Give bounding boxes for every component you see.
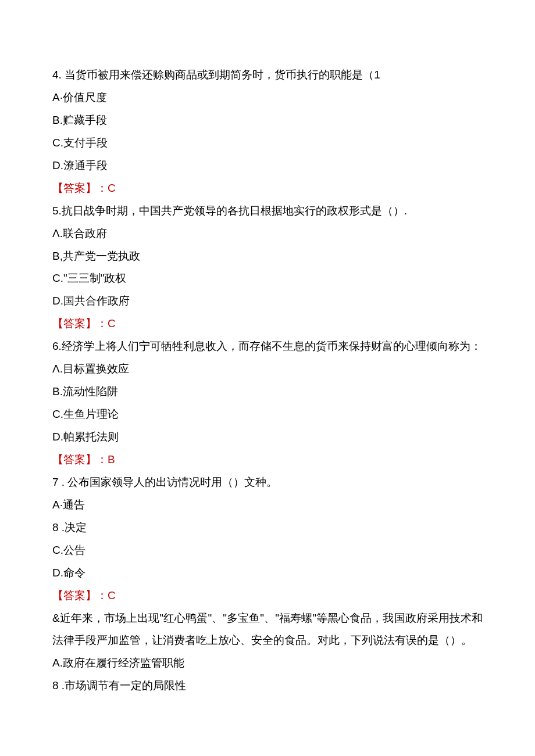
option: C."三三制"政权 <box>52 267 483 290</box>
option: D.命令 <box>52 562 483 585</box>
option: D.帕累托法则 <box>52 426 483 449</box>
option-text: 支付手段 <box>63 137 108 149</box>
option: D.国共合作政府 <box>52 290 483 313</box>
question-content: 近年来，市场上出现"红心鸭蛋"、"多宝鱼"、"福寿螺"等黑心食品，我国政府采用技… <box>52 612 483 647</box>
option: B.贮藏手段 <box>52 109 483 132</box>
option: Λ.目标置换效应 <box>52 358 483 381</box>
option-text: 联合政府 <box>63 227 107 239</box>
option-text: 贮藏手段 <box>63 114 107 126</box>
option-label: B, <box>52 250 63 262</box>
question-block: 5.抗日战争时期，中国共产党领导的各抗日根据地实行的政权形式是（）. Λ.联合政… <box>52 200 483 336</box>
question-number: 7 <box>52 476 59 488</box>
question-block: 4. 当货币被用来偿还赊购商品或到期简务时，货币执行的职能是（1 A·价值尺度 … <box>52 64 483 200</box>
answer-label: 【答案】： <box>52 317 108 329</box>
option: B.流动性陷阱 <box>52 381 483 403</box>
answer: 【答案】：B <box>52 449 483 471</box>
option: A·价值尺度 <box>52 87 483 109</box>
question-block: 6.经济学上将人们宁可牺牲利息收入，而存储不生息的货币来保持财富的心理倾向称为：… <box>52 335 483 471</box>
answer-label: 【答案】： <box>52 453 108 465</box>
option-text: 价值尺度 <box>63 91 107 103</box>
option-label: D. <box>52 567 63 579</box>
question-text: 5.抗日战争时期，中国共产党领导的各抗日根据地实行的政权形式是（）. <box>52 200 483 223</box>
question-number: 4. <box>52 69 62 81</box>
option: Λ.联合政府 <box>52 223 483 245</box>
option-text: 公告 <box>63 544 85 556</box>
question-content: 当货币被用来偿还赊购商品或到期简务时，货币执行的职能是（1 <box>62 69 380 81</box>
question-text: &近年来，市场上出现"红心鸭蛋"、"多宝鱼"、"福寿螺"等黑心食品，我国政府采用… <box>52 607 483 653</box>
question-content: 经济学上将人们宁可牺牲利息收入，而存储不生息的货币来保持财富的心理倾向称为： <box>62 340 482 352</box>
option-text: 流动性陷阱 <box>63 385 118 397</box>
option-label: C. <box>52 544 63 556</box>
option-label: B. <box>52 114 63 126</box>
option-label: C. <box>52 272 63 284</box>
option: D.潦通手段 <box>52 155 483 177</box>
option-text: "三三制"政权 <box>63 272 127 284</box>
question-content: . 公布国家领导人的出访情况时用（）文种。 <box>59 476 278 488</box>
question-content: 抗日战争时期，中国共产党领导的各抗日根据地实行的政权形式是（）. <box>62 205 407 217</box>
option-label: 8 <box>52 521 59 533</box>
answer-label: 【答案】： <box>52 182 108 194</box>
option-text: 生鱼片理论 <box>63 408 119 420</box>
option-label: 8 <box>52 679 59 691</box>
option-text: .决定 <box>59 521 87 533</box>
question-number: 6. <box>52 340 62 352</box>
option-label: A· <box>52 91 63 103</box>
answer-label: 【答案】： <box>52 589 108 601</box>
answer: 【答案】：C <box>52 585 483 607</box>
option-label: C. <box>52 137 63 149</box>
question-text: 7 . 公布国家领导人的出访情况时用（）文种。 <box>52 471 483 494</box>
answer: 【答案】：C <box>52 313 483 335</box>
option-text: 国共合作政府 <box>63 295 130 307</box>
option: C.支付手段 <box>52 132 483 155</box>
answer-value: C <box>108 182 116 194</box>
option-text: 目标置换效应 <box>63 363 129 375</box>
option-text: 通告 <box>63 499 85 511</box>
answer-value: C <box>108 589 116 601</box>
option-label: B. <box>52 385 63 397</box>
option-label: D. <box>52 295 63 307</box>
option: C.公告 <box>52 539 483 562</box>
option: A·通告 <box>52 494 483 517</box>
option: C.生鱼片理论 <box>52 403 483 426</box>
option-text: .市场调节有一定的局限性 <box>59 679 187 691</box>
answer-value: B <box>108 453 115 465</box>
option-label: A. <box>52 657 63 669</box>
option-label: D. <box>52 431 63 443</box>
option: B,共产党一党执政 <box>52 245 483 268</box>
option-text: 帕累托法则 <box>63 431 119 443</box>
question-text: 6.经济学上将人们宁可牺牲利息收入，而存储不生息的货币来保持财富的心理倾向称为： <box>52 335 483 358</box>
option-label: Λ. <box>52 363 63 375</box>
question-text: 4. 当货币被用来偿还赊购商品或到期简务时，货币执行的职能是（1 <box>52 64 483 87</box>
option-label: C. <box>52 408 63 420</box>
question-number: 5. <box>52 205 62 217</box>
question-block: 7 . 公布国家领导人的出访情况时用（）文种。 A·通告 8 .决定 C.公告 … <box>52 471 483 607</box>
answer-value: C <box>108 317 116 329</box>
question-number: & <box>52 612 60 624</box>
option: 8 .决定 <box>52 517 483 539</box>
question-block: &近年来，市场上出现"红心鸭蛋"、"多宝鱼"、"福寿螺"等黑心食品，我国政府采用… <box>52 607 483 698</box>
option-label: Λ. <box>52 227 63 239</box>
option-label: A· <box>52 499 63 511</box>
option-label: D. <box>52 159 63 171</box>
option-text: 共产党一党执政 <box>63 250 140 262</box>
option-text: 命令 <box>63 567 85 579</box>
option-text: 潦通手段 <box>63 159 108 171</box>
option-text: 政府在履行经济监管职能 <box>63 657 184 669</box>
option: 8 .市场调节有一定的局限性 <box>52 675 483 697</box>
answer: 【答案】：C <box>52 177 483 200</box>
option: A.政府在履行经济监管职能 <box>52 652 483 675</box>
